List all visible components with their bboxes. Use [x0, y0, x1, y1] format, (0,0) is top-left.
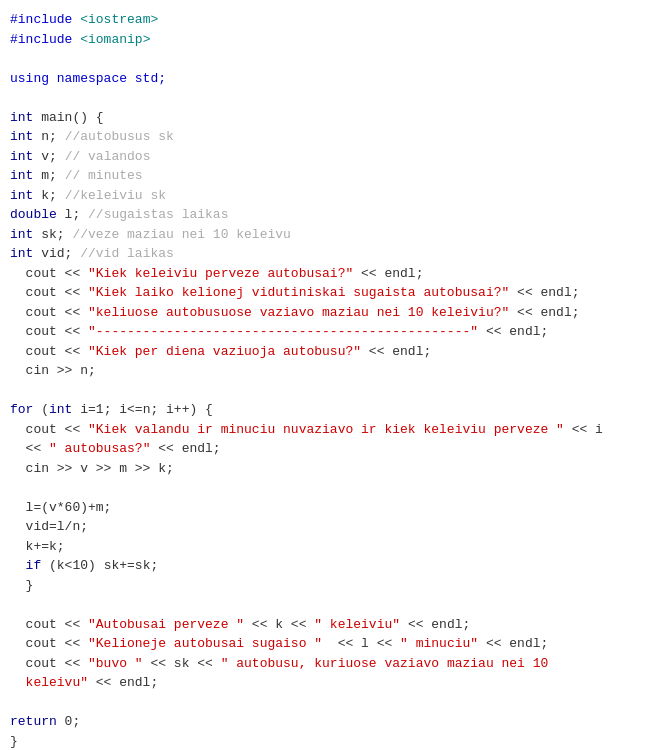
- code-line: int v; // valandos: [10, 147, 635, 167]
- line-text: cin >> v >> m >> k;: [10, 459, 174, 479]
- code-token: "buvo ": [88, 656, 143, 671]
- code-line: [10, 693, 635, 713]
- code-token: "Kiek per diena vaziuoja autobusu?": [88, 344, 361, 359]
- line-text: int n; //autobusus sk: [10, 127, 174, 147]
- line-text: int sk; //veze maziau nei 10 keleivu: [10, 225, 291, 245]
- code-editor: #include <iostream>#include <iomanip>usi…: [0, 0, 645, 750]
- code-line: cout << "Kelioneje autobusai sugaiso " <…: [10, 634, 635, 654]
- code-line: [10, 478, 635, 498]
- code-line: #include <iomanip>: [10, 30, 635, 50]
- code-token: " autobusas?": [49, 441, 150, 456]
- line-text: return 0;: [10, 712, 80, 732]
- line-text: cout << "Autobusai perveze " << k << " k…: [10, 615, 470, 635]
- code-token: //autobusus sk: [65, 129, 174, 144]
- code-token: cout <<: [10, 324, 88, 339]
- code-token: cout <<: [10, 266, 88, 281]
- code-token: << endl;: [400, 617, 470, 632]
- code-line: vid=l/n;: [10, 517, 635, 537]
- code-token: l;: [57, 207, 88, 222]
- code-token: (k<10) sk+=sk;: [41, 558, 158, 573]
- line-text: cout << "Kelioneje autobusai sugaiso " <…: [10, 634, 548, 654]
- code-line: [10, 381, 635, 401]
- line-text: cin >> n;: [10, 361, 96, 381]
- code-token: << k <<: [244, 617, 314, 632]
- code-token: "Kelioneje autobusai sugaiso ": [88, 636, 322, 651]
- code-token: <iomanip>: [80, 32, 150, 47]
- code-line: int k; //keleiviu sk: [10, 186, 635, 206]
- line-text: for (int i=1; i<=n; i++) {: [10, 400, 213, 420]
- code-token: //keleiviu sk: [65, 188, 166, 203]
- code-token: l=(v*60)+m;: [10, 500, 111, 515]
- code-line: cin >> n;: [10, 361, 635, 381]
- code-token: << endl;: [509, 305, 579, 320]
- code-token: cout <<: [10, 422, 88, 437]
- line-text: l=(v*60)+m;: [10, 498, 111, 518]
- code-token: << endl;: [509, 285, 579, 300]
- code-token: using namespace std;: [10, 71, 166, 86]
- code-token: << endl;: [88, 675, 158, 690]
- line-text: int main() {: [10, 108, 104, 128]
- line-text: keleivu" << endl;: [10, 673, 158, 693]
- code-token: int: [10, 110, 33, 125]
- line-text: << " autobusas?" << endl;: [10, 439, 221, 459]
- code-line: cin >> v >> m >> k;: [10, 459, 635, 479]
- code-token: << sk <<: [143, 656, 221, 671]
- code-token: int: [10, 227, 33, 242]
- code-token: "Kiek valandu ir minuciu nuvaziavo ir ki…: [88, 422, 564, 437]
- line-text: k+=k;: [10, 537, 65, 557]
- code-token: vid=l/n;: [10, 519, 88, 534]
- code-line: [10, 88, 635, 108]
- code-token: " minuciu": [400, 636, 478, 651]
- code-token: " keleiviu": [314, 617, 400, 632]
- code-token: double: [10, 207, 57, 222]
- code-token: (: [33, 402, 49, 417]
- code-token: i=1; i<=n; i++) {: [72, 402, 212, 417]
- code-token: cout <<: [10, 305, 88, 320]
- code-token: main() {: [33, 110, 103, 125]
- line-text: cout << "Kiek valandu ir minuciu nuvazia…: [10, 420, 603, 440]
- code-token: vid;: [33, 246, 80, 261]
- code-line: cout << "Autobusai perveze " << k << " k…: [10, 615, 635, 635]
- code-token: << endl;: [353, 266, 423, 281]
- line-text: cout << "-------------------------------…: [10, 322, 548, 342]
- code-line: << " autobusas?" << endl;: [10, 439, 635, 459]
- code-line: cout << "Kiek laiko kelionej vidutiniska…: [10, 283, 635, 303]
- code-token: }: [10, 578, 33, 593]
- code-token: << i: [564, 422, 603, 437]
- code-line: cout << "Kiek keleiviu perveze autobusai…: [10, 264, 635, 284]
- code-line: if (k<10) sk+=sk;: [10, 556, 635, 576]
- code-token: " autobusu, kuriuose vaziavo maziau nei …: [221, 656, 549, 671]
- code-line: cout << "-------------------------------…: [10, 322, 635, 342]
- code-line: l=(v*60)+m;: [10, 498, 635, 518]
- code-token: int: [10, 129, 33, 144]
- code-token: << endl;: [478, 636, 548, 651]
- line-text: cout << "buvo " << sk << " autobusu, kur…: [10, 654, 548, 674]
- line-text: int vid; //vid laikas: [10, 244, 174, 264]
- code-line: cout << "buvo " << sk << " autobusu, kur…: [10, 654, 635, 674]
- code-line: #include <iostream>: [10, 10, 635, 30]
- code-token: if: [26, 558, 42, 573]
- line-text: using namespace std;: [10, 69, 166, 89]
- code-line: keleivu" << endl;: [10, 673, 635, 693]
- code-line: int vid; //vid laikas: [10, 244, 635, 264]
- code-token: <iostream>: [80, 12, 158, 27]
- code-line: [10, 595, 635, 615]
- code-token: "Kiek laiko kelionej vidutiniskai sugais…: [88, 285, 509, 300]
- code-token: sk;: [33, 227, 72, 242]
- code-token: for: [10, 402, 33, 417]
- code-token: "---------------------------------------…: [88, 324, 478, 339]
- code-content: #include <iostream>#include <iomanip>usi…: [10, 10, 635, 750]
- code-token: #include: [10, 32, 80, 47]
- code-token: "Autobusai perveze ": [88, 617, 244, 632]
- code-line: int main() {: [10, 108, 635, 128]
- code-token: k;: [33, 188, 64, 203]
- code-token: int: [10, 188, 33, 203]
- code-token: cout <<: [10, 344, 88, 359]
- code-token: m;: [33, 168, 64, 183]
- code-token: int: [49, 402, 72, 417]
- line-text: if (k<10) sk+=sk;: [10, 556, 158, 576]
- code-token: [10, 558, 26, 573]
- code-line: k+=k;: [10, 537, 635, 557]
- code-token: << endl;: [150, 441, 220, 456]
- code-line: for (int i=1; i<=n; i++) {: [10, 400, 635, 420]
